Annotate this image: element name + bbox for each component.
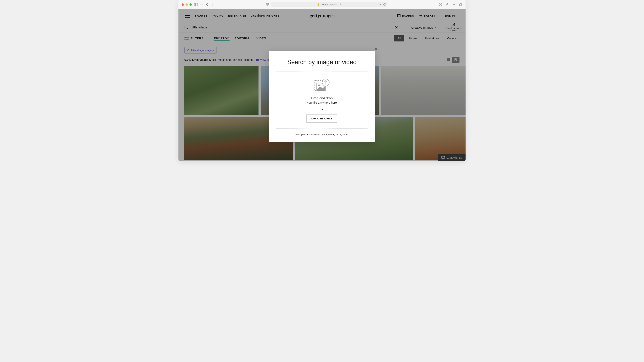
lock-icon: 🔒 <box>317 3 320 6</box>
url-text: gettyimages.co.uk <box>321 3 342 6</box>
close-modal-icon[interactable]: ✕ <box>374 47 378 51</box>
share-icon[interactable] <box>446 3 449 6</box>
translate-icon[interactable]: ⊘ᴀ <box>378 3 382 6</box>
file-dropzone[interactable]: Drag and drop your file anywhere here or… <box>276 71 368 129</box>
url-bar[interactable]: 🔒 gettyimages.co.uk ⊘ᴀ <box>271 2 388 7</box>
accepted-formats: Accepted file formats: JPG, PNG, MP4, MO… <box>276 133 368 136</box>
svg-rect-9 <box>460 4 462 6</box>
search-by-image-modal: Search by image or video Drag and drop y… <box>269 51 375 142</box>
dropzone-title: Drag and drop <box>311 96 333 100</box>
upload-image-icon <box>314 79 330 92</box>
chevron-down-icon[interactable] <box>200 3 203 6</box>
modal-title: Search by image or video <box>276 59 368 66</box>
downloads-icon[interactable] <box>439 3 442 6</box>
privacy-shield-icon[interactable] <box>266 3 269 6</box>
dropzone-or: or <box>320 108 323 111</box>
window-controls <box>182 3 192 6</box>
dropzone-subtitle: your file anywhere here <box>307 101 337 104</box>
choose-file-button[interactable]: CHOOSE A FILE <box>306 115 338 123</box>
close-window-icon[interactable] <box>182 3 184 6</box>
maximize-window-icon[interactable] <box>190 3 192 6</box>
svg-rect-0 <box>194 3 198 6</box>
sidebar-toggle-icon[interactable] <box>194 3 198 6</box>
svg-point-39 <box>318 85 320 86</box>
new-tab-icon[interactable] <box>452 3 456 6</box>
forward-icon[interactable] <box>211 3 214 6</box>
browser-chrome: 🔒 gettyimages.co.uk ⊘ᴀ <box>178 0 466 9</box>
tabs-overview-icon[interactable] <box>459 3 462 6</box>
back-icon[interactable] <box>205 3 209 6</box>
minimize-window-icon[interactable] <box>186 3 188 6</box>
reload-icon[interactable] <box>383 3 386 6</box>
